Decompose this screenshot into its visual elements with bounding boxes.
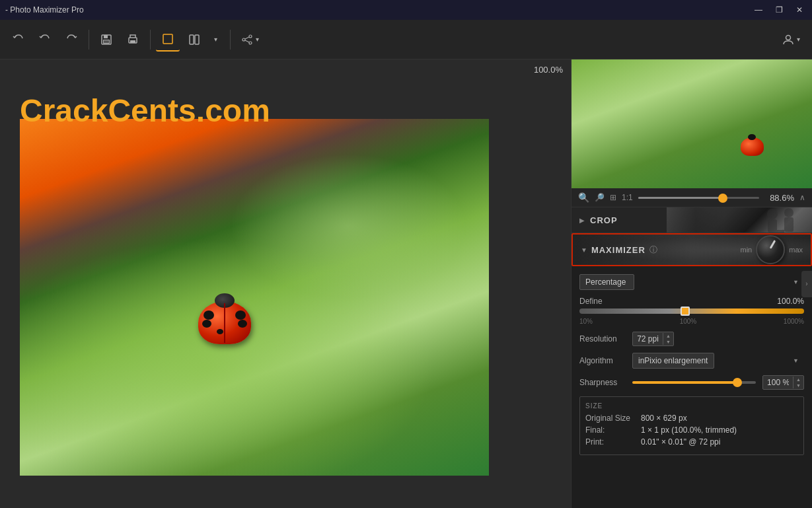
resolution-label: Resolution (579, 334, 626, 344)
window-controls: — ❐ ✕ (751, 4, 807, 16)
maximizer-min-label: min (740, 246, 752, 254)
zoom-slider-thumb[interactable] (718, 194, 727, 203)
svg-line-13 (245, 40, 249, 42)
share-button[interactable]: ▾ (236, 31, 264, 48)
resolution-down-button[interactable]: ▼ (663, 339, 673, 345)
preview-thumbnail (572, 59, 812, 188)
sharpness-input-wrapper: ▲ ▼ (762, 375, 804, 390)
zoom-slider[interactable] (638, 197, 759, 199)
sharpness-up-button[interactable]: ▲ (794, 377, 803, 382)
svg-point-9 (249, 35, 252, 38)
define-slider-thumb[interactable] (681, 307, 690, 316)
ladybug-spot (238, 320, 247, 328)
resolution-input[interactable] (633, 332, 663, 345)
svg-point-14 (786, 35, 791, 40)
maximizer-info-icon[interactable]: ⓘ (649, 244, 657, 256)
settings-panel: Percentage Pixels Centimeters Inches Def… (572, 266, 812, 508)
zoom-actual-icon[interactable]: 1:1 (622, 193, 633, 202)
maximizer-section: ▼ MAXIMIZER ⓘ min max (572, 233, 812, 266)
leaf-overlay (20, 119, 489, 476)
svg-rect-7 (190, 35, 194, 44)
crop-expand-icon: ▶ (579, 217, 585, 224)
zoom-percent-label: 88.6% (764, 193, 794, 203)
resolution-up-button[interactable]: ▲ (663, 333, 673, 339)
svg-point-10 (249, 42, 252, 44)
slider-max-label: 1000% (784, 318, 804, 325)
toolbar-right: ▾ (777, 31, 805, 48)
ladybug-body (198, 301, 251, 344)
svg-rect-16 (768, 219, 777, 233)
ladybug-spot (217, 329, 223, 334)
print-size-value: 0.01" × 0.01" @ 72 ppi (641, 437, 720, 447)
svg-rect-1 (104, 35, 108, 38)
algorithm-dropdown[interactable]: inPixio enlargement Lanczos Bicubic (632, 353, 714, 369)
user-button[interactable]: ▾ (777, 31, 805, 48)
resolution-row: Resolution ▲ ▼ (579, 332, 804, 346)
resolution-input-wrapper: ▲ ▼ (632, 332, 674, 346)
percentage-dropdown[interactable]: Percentage Pixels Centimeters Inches (579, 274, 634, 290)
ladybug-center-line (224, 303, 225, 343)
define-value: 100.0% (777, 297, 804, 306)
original-size-value: 800 × 629 px (641, 414, 687, 423)
resolution-spinners: ▲ ▼ (663, 333, 673, 345)
toolbar-sep-1 (89, 30, 89, 50)
ladybug (198, 301, 258, 351)
zoom-slider-fill (638, 197, 723, 199)
print-size-row: Print: 0.01" × 0.01" @ 72 ppi (585, 437, 798, 447)
undo-back-button[interactable] (7, 28, 30, 52)
slider-labels: 10% 100% 1000% (579, 318, 804, 325)
zoom-collapse-button[interactable]: ∧ (799, 193, 805, 202)
size-section: SIZE Original Size 800 × 629 px Final: 1… (579, 396, 804, 455)
sharpness-spinners: ▲ ▼ (793, 377, 803, 388)
svg-rect-18 (784, 217, 794, 232)
svg-line-12 (245, 37, 249, 39)
toolbar-sep-2 (150, 30, 151, 50)
print-button[interactable] (121, 28, 145, 52)
undo-button[interactable] (33, 28, 57, 52)
sharpness-slider-thumb[interactable] (733, 378, 742, 387)
sharpness-input[interactable] (763, 376, 793, 389)
maximizer-header[interactable]: ▼ MAXIMIZER ⓘ min max (573, 235, 811, 265)
maximizer-max-label: max (789, 246, 803, 254)
sharpness-down-button[interactable]: ▼ (794, 382, 803, 388)
view-single-button[interactable] (156, 28, 180, 52)
percentage-row: Percentage Pixels Centimeters Inches (579, 274, 804, 290)
define-slider[interactable] (579, 308, 804, 314)
redo-button[interactable] (59, 28, 83, 52)
algorithm-row: Algorithm inPixio enlargement Lanczos Bi… (579, 353, 804, 369)
define-header: Define 100.0% (579, 297, 804, 306)
toolbar: ▾ ▾ ▾ (0, 20, 812, 59)
maximizer-knob[interactable] (756, 235, 785, 264)
crop-silhouette-svg (680, 207, 812, 233)
algorithm-select-wrapper: inPixio enlargement Lanczos Bicubic (632, 353, 804, 369)
crop-section: ▶ CROP (572, 207, 812, 233)
minimize-button[interactable]: — (751, 4, 766, 16)
original-size-row: Original Size 800 × 629 px (585, 414, 798, 423)
size-section-title: SIZE (585, 402, 798, 410)
panel-expand-button[interactable]: › (801, 271, 812, 297)
close-button[interactable]: ✕ (792, 4, 807, 16)
zoom-out-icon[interactable]: 🔍 (578, 192, 589, 203)
window-title: - Photo Maximizer Pro (5, 5, 84, 15)
main-image (20, 119, 489, 476)
view-split-arrow-button[interactable]: ▾ (206, 28, 225, 52)
sharpness-slider[interactable] (632, 381, 756, 384)
original-size-label: Original Size (585, 414, 638, 423)
main-area: 100.0% CrackCents.com (0, 59, 812, 508)
svg-point-17 (784, 208, 794, 217)
final-size-value: 1 × 1 px (100.0%, trimmed) (641, 425, 737, 435)
zoom-controls: 🔍 🔎 ⊞ 1:1 88.6% ∧ (572, 188, 812, 207)
svg-point-15 (767, 209, 778, 219)
save-button[interactable] (94, 28, 118, 52)
slider-min-label: 10% (579, 318, 593, 325)
ladybug-spot (235, 310, 246, 320)
zoom-in-icon[interactable]: 🔎 (595, 193, 605, 202)
percentage-select-wrapper: Percentage Pixels Centimeters Inches (579, 274, 804, 290)
zoom-fit-icon[interactable]: ⊞ (610, 193, 616, 202)
view-split-button[interactable] (182, 28, 206, 52)
restore-button[interactable]: ❐ (772, 4, 787, 16)
svg-rect-3 (104, 40, 109, 43)
thumbnail-image (572, 59, 812, 188)
final-size-row: Final: 1 × 1 px (100.0%, trimmed) (585, 425, 798, 435)
maximizer-expand-icon: ▼ (581, 246, 587, 254)
